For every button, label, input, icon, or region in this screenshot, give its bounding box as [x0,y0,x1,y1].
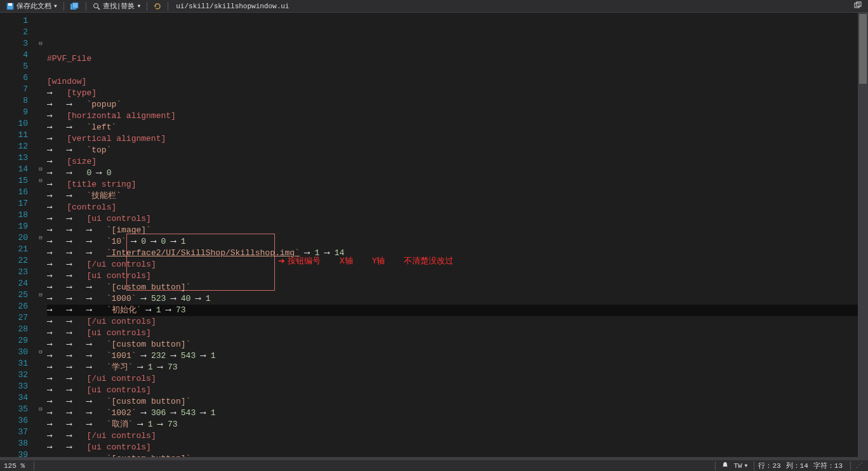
line-number: 25 [0,289,34,301]
code-line[interactable]: #PVF_File [47,53,868,65]
code-line[interactable]: ⟶ ⟶ [ui controls] [47,213,868,225]
code-line[interactable]: ⟶ ⟶ ⟶ `[custom button]` [47,282,868,293]
line-number: 37 [0,427,34,438]
fold-toggle [34,358,47,369]
line-number: 30 [0,347,34,358]
code-line[interactable]: ⟶ [controls] [47,202,868,213]
fold-toggle [34,335,47,347]
separator [86,2,86,11]
code-line[interactable]: ⟶ [vertical alignment] [47,133,868,145]
line-number: 29 [0,335,34,347]
code-line[interactable]: ⟶ ⟶ ⟶ `Interface2/UI/SkillShop/Skillshop… [47,248,868,259]
fold-toggle[interactable]: ⊟ [34,404,47,415]
fold-toggle [34,381,47,392]
save-icon [6,3,14,10]
line-number: 14 [0,164,34,175]
line-number: 9 [0,107,34,118]
save-label: 保存此文档 [17,1,51,11]
svg-line-5 [98,8,100,10]
code-area[interactable]: ➔ 按钮编号 X轴 Y轴 不清楚没改过 #PVF_File[window]⟶ [… [47,13,868,460]
code-line[interactable]: ⟶ ⟶ ⟶ `[custom button]` [47,339,868,350]
line-number: 34 [0,392,34,404]
fold-toggle[interactable]: ⊟ [34,175,47,187]
zoom-level[interactable]: 125 % [4,462,30,470]
fold-toggle[interactable]: ⊟ [34,232,47,244]
code-line[interactable]: ⟶ ⟶ [/ui controls] [47,373,868,385]
code-line[interactable]: ⟶ ⟶ ⟶ `[image]` [47,225,868,236]
fold-toggle [34,392,47,404]
fold-toggle [34,198,47,209]
code-line[interactable]: ⟶ ⟶ ⟶ `1001` ⟶ 232 ⟶ 543 ⟶ 1 [47,350,868,362]
save-all-button[interactable] [67,0,83,12]
line-number: 31 [0,358,34,369]
code-line[interactable]: ⟶ ⟶ ⟶ `1000` ⟶ 523 ⟶ 40 ⟶ 1 [47,293,868,305]
line-number: 16 [0,187,34,198]
fold-toggle[interactable]: ⊟ [34,289,47,301]
fold-toggle [34,107,47,118]
code-line[interactable]: ⟶ ⟶ [ui controls] [47,385,868,396]
maximize-button[interactable] [850,1,865,11]
separator [715,461,716,470]
code-line[interactable]: ⟶ ⟶ `top` [47,145,868,156]
vertical-scrollbar[interactable] [858,13,868,460]
col-value: 14 [800,462,813,470]
fold-toggle[interactable]: ⊟ [34,347,47,358]
code-line[interactable]: ⟶ ⟶ ⟶ `取消` ⟶ 1 ⟶ 73 [47,419,868,430]
tool-button[interactable] [150,0,165,12]
lang-indicator[interactable]: TW [731,462,744,470]
line-number: 23 [0,267,34,278]
fold-toggle[interactable]: ⊟ [34,164,47,175]
code-line[interactable]: ⟶ ⟶ [/ui controls] [47,259,868,270]
code-line[interactable]: ⟶ ⟶ ⟶ `学习` ⟶ 1 ⟶ 73 [47,362,868,373]
code-line[interactable]: ⟶ ⟶ [/ui controls] [47,316,868,328]
code-line[interactable]: ⟶ ⟶ [ui controls] [47,442,868,453]
code-line[interactable]: ⟶ [size] [47,156,868,168]
code-line[interactable]: ⟶ ⟶ [/ui controls] [47,430,868,442]
code-line[interactable] [47,65,868,76]
separator [147,2,147,11]
code-line[interactable]: [window] [47,76,868,88]
scrollbar-thumb[interactable] [859,14,867,84]
code-line[interactable]: ⟶ ⟶ ⟶ `初始化` ⟶ 1 ⟶ 73 [47,305,868,316]
code-line[interactable]: ⟶ ⟶ [ui controls] [47,328,868,339]
fold-toggle[interactable]: ⊟ [34,38,47,50]
line-number: 20 [0,232,34,244]
line-number: 24 [0,278,34,289]
line-number: 21 [0,244,34,255]
fold-toggle [34,415,47,427]
code-line[interactable]: ⟶ [type] [47,88,868,99]
col-label: 列： [786,461,800,470]
code-line[interactable]: ⟶ ⟶ [ui controls] [47,270,868,282]
fold-toggle [34,152,47,164]
fold-toggle [34,427,47,438]
code-line[interactable]: ⟶ ⟶ `技能栏` [47,190,868,202]
code-line[interactable]: ⟶ [title string] [47,179,868,190]
code-line[interactable]: ⟶ ⟶ `popup` [47,99,868,110]
editor: 1234567891011121314151617181920212223242… [0,13,868,460]
bell-icon[interactable] [719,461,731,470]
grip-icon: ⋰ [855,461,864,470]
save-button[interactable]: 保存此文档 ▼ [3,0,61,12]
find-replace-button[interactable]: 查找|替换 ▼ [89,0,144,12]
line-number: 13 [0,152,34,164]
fold-toggle [34,72,47,84]
line-number: 19 [0,221,34,232]
code-line[interactable]: ⟶ ⟶ ⟶ `1002` ⟶ 306 ⟶ 543 ⟶ 1 [47,408,868,419]
separator [34,461,34,470]
fold-toggle [34,369,47,381]
separator [754,461,754,470]
code-line[interactable]: ⟶ ⟶ `left` [47,122,868,133]
line-number: 8 [0,95,34,107]
chars-value: 13 [834,462,846,470]
fold-toggle [34,129,47,141]
find-label: 查找|替换 [103,1,135,11]
code-line[interactable]: ⟶ ⟶ 0 ⟶ 0 [47,168,868,179]
code-line[interactable]: ⟶ ⟶ ⟶ `[custom button]` [47,396,868,408]
toolbar: 保存此文档 ▼ 查找|替换 ▼ ui/skill/skillshopwindow… [0,0,868,13]
refresh-icon [154,3,161,10]
code-line[interactable]: ⟶ ⟶ ⟶ `10` ⟶ 0 ⟶ 0 ⟶ 1 [47,236,868,248]
code-line[interactable]: ⟶ [horizontal alignment] [47,110,868,122]
fold-toggle [34,84,47,95]
line-number-gutter: 1234567891011121314151617181920212223242… [0,13,34,460]
search-icon [93,3,100,10]
